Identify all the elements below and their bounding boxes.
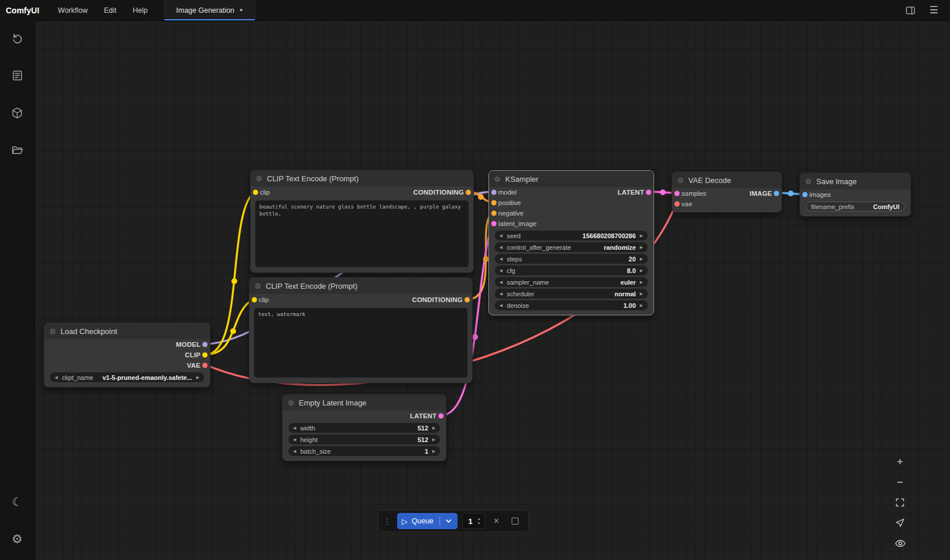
decrement-arrow-icon[interactable]: ◀: [499, 234, 502, 238]
menu-edit[interactable]: Edit: [96, 0, 125, 20]
collapse-dot-icon[interactable]: [50, 329, 55, 334]
decrement-arrow-icon[interactable]: ◀: [499, 292, 502, 296]
node-vae-decode[interactable]: VAE Decode samples IMAGE vae: [672, 171, 782, 213]
collapse-dot-icon[interactable]: [288, 400, 294, 405]
conditioning-output-port[interactable]: [466, 190, 471, 195]
node-empty-latent-image[interactable]: Empty Latent Image LATENT ◀ width 512 ▶ …: [282, 394, 447, 461]
increment-arrow-icon[interactable]: ▶: [433, 449, 435, 453]
decrement-arrow-icon[interactable]: ◀: [293, 426, 296, 430]
increment-arrow-icon[interactable]: ▶: [640, 268, 643, 272]
decrement-arrow-icon[interactable]: ◀: [499, 257, 502, 261]
clip-input-port[interactable]: [253, 190, 258, 195]
samples-input-port[interactable]: [674, 191, 680, 196]
node-clip-text-encode-negative[interactable]: CLIP Text Encode (Prompt) clip CONDITION…: [249, 277, 473, 383]
menu-help[interactable]: Help: [124, 0, 156, 20]
node-header[interactable]: CLIP Text Encode (Prompt): [251, 170, 473, 186]
increment-arrow-icon[interactable]: ▶: [640, 245, 643, 249]
node-clip-text-encode-positive[interactable]: CLIP Text Encode (Prompt) clip CONDITION…: [250, 170, 474, 273]
denoise-widget[interactable]: ◀ denoise 1.00 ▶: [495, 300, 648, 310]
stop-button[interactable]: [508, 514, 522, 528]
control-after-generate-widget[interactable]: ◀ control_after_generate randomize ▶: [495, 242, 648, 252]
tab-image-generation[interactable]: Image Generation ●: [164, 0, 255, 20]
positive-input-port[interactable]: [491, 200, 497, 206]
collapse-dot-icon[interactable]: [495, 177, 500, 182]
node-header[interactable]: Save Image: [800, 173, 910, 189]
queue-button[interactable]: ▷ Queue: [397, 513, 458, 529]
prompt-textarea[interactable]: text, watermark: [254, 308, 467, 378]
clip-input-port[interactable]: [252, 297, 257, 303]
select-mode-button[interactable]: [892, 515, 908, 530]
increment-arrow-icon[interactable]: ▶: [433, 437, 435, 441]
decrement-arrow-icon[interactable]: ◀: [293, 449, 296, 453]
zoom-out-button[interactable]: −: [892, 475, 908, 490]
filename-prefix-widget[interactable]: filename_prefix ComfyUI: [806, 202, 905, 211]
node-header[interactable]: VAE Decode: [672, 172, 781, 188]
theme-toggle-button[interactable]: ☾: [9, 494, 26, 510]
increment-arrow-icon[interactable]: ▶: [640, 303, 643, 307]
batch-size-widget[interactable]: ◀ batch_size 1 ▶: [288, 446, 440, 456]
decrement-arrow-icon[interactable]: ◀: [293, 437, 296, 441]
node-header[interactable]: Empty Latent Image: [283, 394, 446, 411]
decrement-arrow-icon[interactable]: ◀: [55, 375, 58, 379]
decrement-arrow-icon[interactable]: ◀: [499, 303, 502, 307]
collapse-dot-icon[interactable]: [256, 176, 262, 181]
seed-widget[interactable]: ◀ seed 156680208700286 ▶: [495, 231, 648, 240]
main-menu-icon[interactable]: ☰: [927, 3, 941, 17]
decrement-arrow-icon[interactable]: ◀: [499, 268, 502, 272]
settings-button[interactable]: ⚙: [9, 531, 26, 547]
collapse-dot-icon[interactable]: [806, 179, 811, 184]
clear-queue-button[interactable]: ×: [490, 514, 503, 528]
decrement-arrow-icon[interactable]: ◀: [499, 245, 502, 249]
cfg-widget[interactable]: ◀ cfg 8.0 ▶: [495, 265, 648, 275]
scheduler-widget[interactable]: ◀ scheduler normal ▶: [495, 289, 648, 299]
node-header[interactable]: CLIP Text Encode (Prompt): [249, 278, 472, 294]
app-logo[interactable]: ComfyUI: [0, 0, 50, 20]
latent-output-port[interactable]: [438, 414, 444, 419]
sidebar-workflows-button[interactable]: [9, 142, 26, 158]
sampler-name-widget[interactable]: ◀ sampler_name euler ▶: [495, 277, 648, 287]
latent-output-port[interactable]: [646, 190, 651, 195]
toggle-panel-icon[interactable]: [903, 3, 917, 17]
collapse-dot-icon[interactable]: [678, 178, 683, 183]
chevron-down-icon[interactable]: [444, 519, 453, 523]
images-input-port[interactable]: [802, 192, 808, 198]
increment-arrow-icon[interactable]: ▶: [640, 257, 643, 261]
increment-arrow-icon[interactable]: ▶: [640, 292, 643, 296]
prompt-textarea[interactable]: beautiful scenery nature glass bottle la…: [255, 200, 469, 267]
negative-input-port[interactable]: [491, 211, 497, 216]
ckpt-name-widget[interactable]: ◀ ckpt_name v1-5-pruned-emaonly.safete..…: [50, 372, 204, 382]
steps-widget[interactable]: ◀ steps 20 ▶: [495, 254, 648, 264]
increment-batch-button[interactable]: ▲: [476, 516, 482, 521]
menu-workflow[interactable]: Workflow: [50, 0, 96, 20]
node-save-image[interactable]: Save Image images filename_prefix ComfyU…: [799, 173, 911, 217]
sidebar-history-button[interactable]: [9, 30, 26, 46]
collapse-dot-icon[interactable]: [255, 283, 260, 289]
node-load-checkpoint[interactable]: Load Checkpoint MODEL CLIP VAE ◀ ckpt_na…: [44, 322, 210, 387]
node-header[interactable]: KSampler: [489, 171, 653, 187]
fit-view-button[interactable]: [892, 495, 908, 510]
zoom-in-button[interactable]: +: [892, 454, 908, 469]
node-header[interactable]: Load Checkpoint: [44, 323, 210, 339]
sidebar-models-button[interactable]: [9, 105, 26, 121]
width-widget[interactable]: ◀ width 512 ▶: [288, 423, 440, 433]
image-output-port[interactable]: [774, 191, 779, 196]
vae-input-port[interactable]: [674, 202, 680, 207]
drag-handle-icon[interactable]: ⋮: [382, 516, 392, 526]
graph-canvas[interactable]: Load Checkpoint MODEL CLIP VAE ◀ ckpt_na…: [35, 21, 950, 560]
model-input-port[interactable]: [491, 190, 497, 195]
node-ksampler[interactable]: KSampler model LATENT positive negative …: [488, 170, 654, 315]
latent-image-input-port[interactable]: [491, 221, 497, 227]
increment-arrow-icon[interactable]: ▶: [640, 234, 643, 238]
conditioning-output-port[interactable]: [465, 297, 470, 303]
increment-arrow-icon[interactable]: ▶: [197, 375, 199, 379]
increment-arrow-icon[interactable]: ▶: [433, 426, 435, 430]
batch-count-input[interactable]: 1 ▲ ▼: [462, 513, 485, 529]
decrement-batch-button[interactable]: ▼: [476, 521, 482, 526]
sidebar-queue-button[interactable]: [9, 67, 26, 84]
clip-output-port[interactable]: [202, 353, 208, 358]
increment-arrow-icon[interactable]: ▶: [640, 280, 643, 284]
vae-output-port[interactable]: [202, 363, 208, 368]
model-output-port[interactable]: [202, 342, 208, 347]
height-widget[interactable]: ◀ height 512 ▶: [288, 435, 440, 444]
toggle-link-visibility-button[interactable]: [892, 536, 908, 551]
